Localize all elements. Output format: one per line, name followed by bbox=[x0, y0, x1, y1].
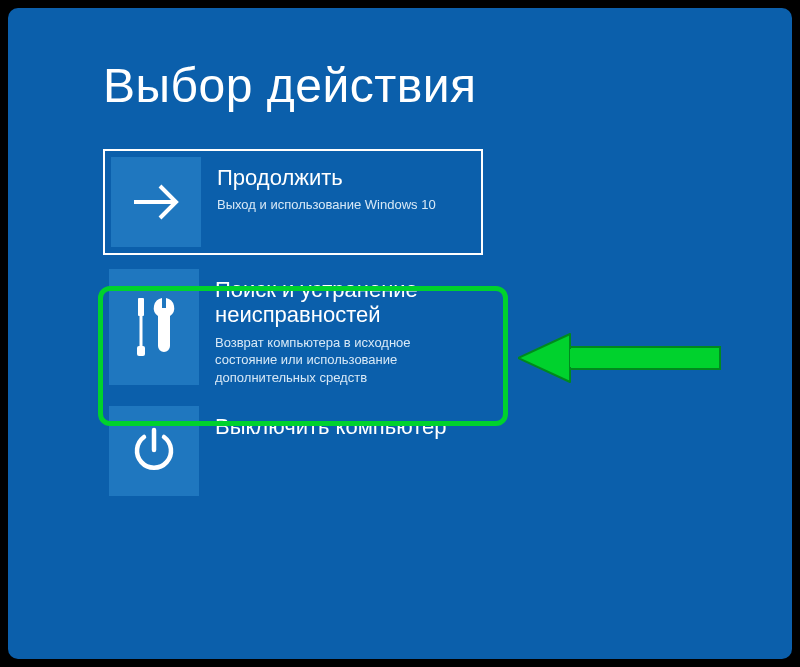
arrow-right-icon bbox=[111, 157, 201, 247]
svg-rect-3 bbox=[137, 346, 145, 356]
recovery-screen: Выбор действия Продолжить Выход и исполь… bbox=[8, 8, 792, 659]
tile-troubleshoot[interactable]: Поиск и устранение неисправностей Возвра… bbox=[103, 263, 483, 392]
tile-troubleshoot-text: Поиск и устранение неисправностей Возвра… bbox=[199, 269, 473, 386]
tile-shutdown[interactable]: Выключить компьютер bbox=[103, 400, 483, 502]
tile-continue-subtitle: Выход и использование Windows 10 bbox=[217, 196, 436, 214]
tile-shutdown-text: Выключить компьютер bbox=[199, 406, 447, 445]
tile-continue-text: Продолжить Выход и использование Windows… bbox=[201, 157, 436, 214]
tile-continue[interactable]: Продолжить Выход и использование Windows… bbox=[103, 149, 483, 255]
page-title: Выбор действия bbox=[103, 58, 703, 113]
tile-list: Продолжить Выход и использование Windows… bbox=[103, 149, 703, 502]
tile-troubleshoot-title: Поиск и устранение неисправностей bbox=[215, 277, 473, 328]
svg-rect-1 bbox=[138, 298, 144, 316]
tools-icon bbox=[109, 269, 199, 385]
tile-continue-title: Продолжить bbox=[217, 165, 436, 190]
content-area: Выбор действия Продолжить Выход и исполь… bbox=[103, 58, 703, 502]
svg-rect-2 bbox=[140, 316, 143, 346]
tile-shutdown-title: Выключить компьютер bbox=[215, 414, 447, 439]
tile-troubleshoot-subtitle: Возврат компьютера в исходное состояние … bbox=[215, 334, 455, 387]
power-icon bbox=[109, 406, 199, 496]
